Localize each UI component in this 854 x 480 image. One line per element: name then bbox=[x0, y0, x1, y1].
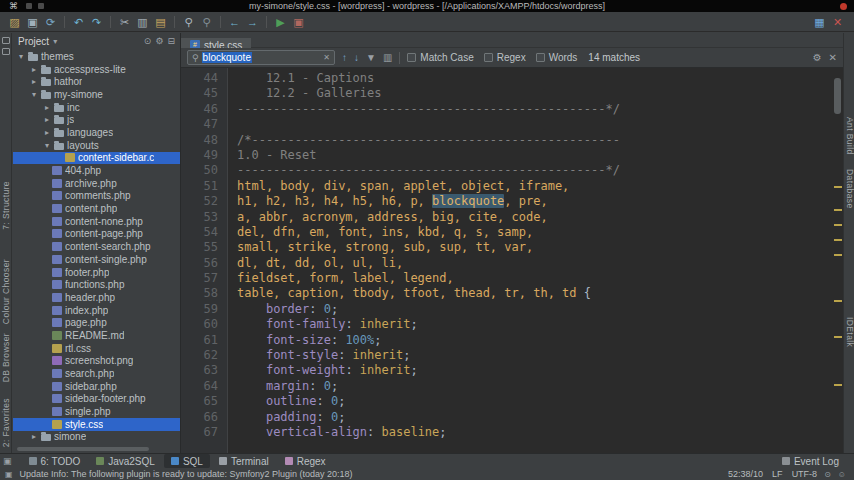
tree-item-inc[interactable]: ▸inc bbox=[13, 101, 180, 114]
cut-icon[interactable]: ✂ bbox=[116, 14, 133, 30]
tree-item-sidebar-footer-php[interactable]: sidebar-footer.php bbox=[13, 393, 180, 406]
status-lf[interactable]: LF bbox=[772, 469, 783, 479]
tree-item-content-none-php[interactable]: content-none.php bbox=[13, 215, 180, 228]
project-tool-icon[interactable] bbox=[2, 37, 10, 44]
tree-item-content-single-php[interactable]: content-single.php bbox=[13, 253, 180, 266]
tree-item-style-css[interactable]: style.css bbox=[13, 418, 180, 431]
chevron-down-icon[interactable]: ▾ bbox=[53, 37, 57, 46]
tree-item-content-sidebar-c[interactable]: content-sidebar.c bbox=[13, 152, 180, 165]
save-all-icon[interactable]: ▣ bbox=[24, 14, 41, 30]
undo-icon[interactable]: ↶ bbox=[70, 14, 87, 30]
sync-icon[interactable]: ⟳ bbox=[42, 14, 59, 30]
tree-item-sidebar-php[interactable]: sidebar.php bbox=[13, 380, 180, 393]
tree-collapse-icon[interactable]: ▾ bbox=[30, 90, 38, 99]
tree-expand-icon[interactable]: ▸ bbox=[30, 65, 38, 74]
tree-item-rtl-css[interactable]: rtl.css bbox=[13, 342, 180, 355]
status-52-38-10[interactable]: 52:38/10 bbox=[728, 469, 763, 479]
tree-expand-icon[interactable]: ▸ bbox=[30, 432, 38, 441]
project-horizontal-scrollbar[interactable] bbox=[17, 447, 149, 451]
structure-tool-icon[interactable] bbox=[2, 48, 10, 55]
tool-tab-sql[interactable]: SQL bbox=[164, 454, 210, 468]
status-utf-8[interactable]: UTF-8 bbox=[792, 469, 818, 479]
tree-expand-icon[interactable]: ▸ bbox=[43, 103, 51, 112]
tool-button-database[interactable]: Database bbox=[845, 169, 854, 209]
editor-gutter[interactable]: 4445464748495051525354555657585960616263… bbox=[181, 68, 228, 453]
find-option-match-case[interactable]: Match Case bbox=[407, 52, 473, 63]
tool-tab-java2sql[interactable]: Java2SQL bbox=[89, 454, 162, 468]
forward-icon[interactable]: → bbox=[244, 14, 261, 30]
previous-match-icon[interactable]: ↑ bbox=[342, 52, 347, 63]
find-option-regex[interactable]: Regex bbox=[484, 52, 526, 63]
tool-button-idetalk[interactable]: IDEtalk bbox=[845, 317, 854, 347]
paste-icon[interactable]: ▤ bbox=[152, 14, 169, 30]
clear-icon[interactable]: ✕ bbox=[323, 53, 330, 62]
debug-icon[interactable]: ▣ bbox=[290, 14, 307, 30]
tree-item-search-php[interactable]: search.php bbox=[13, 367, 180, 380]
tree-expand-icon[interactable]: ▸ bbox=[43, 115, 51, 124]
tree-item-page-php[interactable]: page.php bbox=[13, 316, 180, 329]
tool-button-2-favorites[interactable]: 2: Favorites bbox=[1, 398, 11, 447]
tree-item-content-php[interactable]: content.php bbox=[13, 202, 180, 215]
tree-item-screenshot-png[interactable]: screenshot.png bbox=[13, 355, 180, 368]
tree-item-languages[interactable]: ▸languages bbox=[13, 126, 180, 139]
structure-view-icon[interactable]: ▦ bbox=[811, 14, 828, 30]
collapse-all-icon[interactable]: ⊟ bbox=[167, 34, 175, 48]
settings-icon[interactable]: ⚙ bbox=[155, 34, 163, 48]
tree-item-footer-php[interactable]: footer.php bbox=[13, 266, 180, 279]
hector-inspections-icon[interactable]: ☺ bbox=[838, 470, 846, 479]
tree-expand-icon[interactable]: ▸ bbox=[43, 128, 51, 137]
menubar-icon[interactable] bbox=[26, 3, 32, 9]
tree-item-content-page-php[interactable]: content-page.php bbox=[13, 228, 180, 241]
filter-icon[interactable]: ▼ bbox=[366, 52, 376, 63]
tree-item-my-simone[interactable]: ▾my-simone bbox=[13, 88, 180, 101]
tree-item-layouts[interactable]: ▾layouts bbox=[13, 139, 180, 152]
tree-item-index-php[interactable]: index.php bbox=[13, 304, 180, 317]
search-input[interactable]: ⚲ blockquote ✕ bbox=[187, 50, 335, 65]
tool-button-db-browser[interactable]: DB Browser bbox=[1, 333, 11, 382]
tool-button-7-structure[interactable]: 7: Structure bbox=[1, 181, 11, 230]
status-message[interactable]: Update Info: The following plugin is rea… bbox=[20, 469, 353, 479]
close-find-icon[interactable]: ✕ bbox=[829, 52, 837, 63]
menubar-icon[interactable] bbox=[38, 3, 44, 9]
close-tool-icon[interactable]: ✕ bbox=[829, 14, 846, 30]
tree-collapse-icon[interactable]: ▾ bbox=[17, 52, 25, 61]
tool-button-ant-build[interactable]: Ant Build bbox=[845, 117, 854, 155]
tool-window-toggle-icon[interactable]: ▣ bbox=[5, 470, 13, 479]
find-option-words[interactable]: Words bbox=[536, 52, 578, 63]
filter-icon[interactable]: ⊙ bbox=[144, 34, 152, 48]
tool-button-colour-chooser[interactable]: Colour Chooser bbox=[1, 259, 11, 324]
next-match-icon[interactable]: ↓ bbox=[354, 52, 359, 63]
tree-collapse-icon[interactable]: ▾ bbox=[43, 141, 51, 150]
tree-item-js[interactable]: ▸js bbox=[13, 113, 180, 126]
tree-item-simone[interactable]: ▸simone bbox=[13, 431, 180, 444]
tree-item-archive-php[interactable]: archive.php bbox=[13, 177, 180, 190]
tree-item-single-php[interactable]: single.php bbox=[13, 405, 180, 418]
tool-tab-terminal[interactable]: Terminal bbox=[212, 454, 276, 468]
tool-tab-6-todo[interactable]: 6: TODO bbox=[22, 454, 88, 468]
tree-item-comments-php[interactable]: comments.php bbox=[13, 190, 180, 203]
lock-icon[interactable]: ⊙ bbox=[824, 470, 831, 479]
tree-item-readme-md[interactable]: README.md bbox=[13, 329, 180, 342]
tree-item-accesspress-lite[interactable]: ▸accesspress-lite bbox=[13, 63, 180, 76]
tool-tab-event-log[interactable]: Event Log bbox=[775, 454, 846, 468]
gear-icon[interactable]: ⚙ bbox=[813, 52, 822, 63]
copy-icon[interactable]: ▥ bbox=[134, 14, 151, 30]
back-icon[interactable]: ← bbox=[226, 14, 243, 30]
tree-expand-icon[interactable]: ▸ bbox=[30, 77, 38, 86]
replace-icon[interactable]: ⚲ bbox=[198, 14, 215, 30]
tool-windows-toggle-icon[interactable]: ▣ bbox=[3, 456, 12, 466]
code-editor[interactable]: 4445464748495051525354555657585960616263… bbox=[181, 68, 843, 453]
tool-tab-regex[interactable]: Regex bbox=[278, 454, 333, 468]
run-icon[interactable]: ▶ bbox=[272, 14, 289, 30]
tree-item-themes[interactable]: ▾themes bbox=[13, 50, 180, 63]
tree-item-404-php[interactable]: 404.php bbox=[13, 164, 180, 177]
tree-item-content-search-php[interactable]: content-search.php bbox=[13, 240, 180, 253]
editor-vertical-scrollbar[interactable] bbox=[834, 78, 841, 114]
tree-item-functions-php[interactable]: functions.php bbox=[13, 278, 180, 291]
open-folder-icon[interactable]: ▨ bbox=[6, 14, 23, 30]
tree-item-hathor[interactable]: ▸hathor bbox=[13, 75, 180, 88]
highlight-all-icon[interactable]: ▥ bbox=[383, 52, 392, 63]
redo-icon[interactable]: ↷ bbox=[88, 14, 105, 30]
find-icon[interactable]: ⚲ bbox=[180, 14, 197, 30]
tree-item-header-php[interactable]: header.php bbox=[13, 291, 180, 304]
